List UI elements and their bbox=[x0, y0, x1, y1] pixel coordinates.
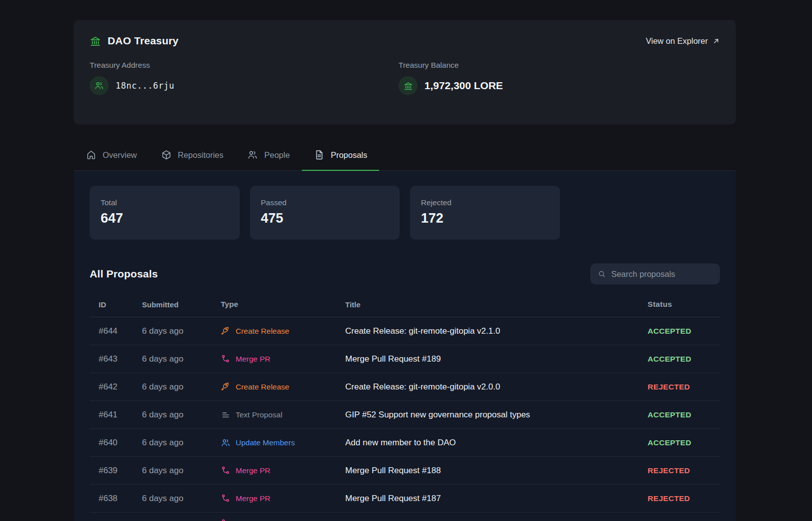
stat-label: Rejected bbox=[421, 198, 549, 207]
tab-overview[interactable]: Overview bbox=[74, 140, 149, 171]
table-row[interactable]: #638 6 days ago Merge PR Merge Pull Requ… bbox=[90, 485, 720, 513]
row-submitted: 6 days ago bbox=[142, 466, 221, 476]
row-type-label: Text Proposal bbox=[236, 410, 282, 419]
tab-label: People bbox=[264, 150, 289, 160]
merge-icon bbox=[221, 519, 231, 521]
merge-icon bbox=[221, 466, 231, 476]
col-header-title: Title bbox=[345, 300, 648, 309]
treasury-title-group: DAO Treasury bbox=[90, 35, 178, 47]
rocket-icon bbox=[221, 382, 231, 392]
row-type-label: Merge PR bbox=[236, 466, 271, 475]
address-avatar bbox=[90, 76, 109, 95]
tab-bar: Overview Repositories People bbox=[74, 140, 736, 171]
stat-value: 647 bbox=[101, 211, 229, 226]
explorer-link-label: View on Explorer bbox=[646, 36, 708, 46]
package-icon bbox=[161, 149, 172, 160]
arrow-up-right-icon bbox=[712, 37, 720, 45]
treasury-balance-label: Treasury Balance bbox=[399, 61, 503, 70]
document-icon bbox=[314, 149, 325, 160]
proposals-table: ID Submitted Type Title Status #644 6 da… bbox=[90, 292, 720, 521]
search-proposals-box[interactable] bbox=[590, 263, 720, 284]
row-type-label: Update Members bbox=[236, 438, 295, 447]
row-submitted: 6 days ago bbox=[142, 354, 221, 364]
row-id: #640 bbox=[90, 438, 142, 448]
tab-proposals[interactable]: Proposals bbox=[302, 140, 379, 171]
col-header-id: ID bbox=[90, 300, 142, 309]
row-title: Create Release: git-remote-gitopia v2.0.… bbox=[345, 382, 648, 392]
treasury-card: DAO Treasury View on Explorer Treasury A… bbox=[74, 20, 736, 125]
stat-value: 475 bbox=[261, 211, 389, 226]
row-type-label: Create Release bbox=[236, 383, 289, 391]
treasury-address-label: Treasury Address bbox=[90, 61, 399, 70]
page-title: DAO Treasury bbox=[108, 35, 178, 47]
dao-page: DAO Treasury View on Explorer Treasury A… bbox=[74, 20, 736, 171]
merge-icon bbox=[221, 494, 231, 504]
row-id: #644 bbox=[90, 326, 142, 336]
table-row[interactable]: #643 6 days ago Merge PR Merge Pull Requ… bbox=[90, 345, 720, 373]
col-header-type: Type bbox=[221, 300, 345, 309]
table-row[interactable]: #644 6 days ago Create Release Create Re… bbox=[90, 317, 720, 345]
tab-label: Repositories bbox=[178, 150, 224, 160]
table-header: ID Submitted Type Title Status bbox=[90, 292, 720, 317]
proposals-panel: Total 647 Passed 475 Rejected 172 All Pr… bbox=[74, 171, 736, 521]
status-badge: ACCEPTED bbox=[648, 410, 720, 419]
row-type-label: Merge PR bbox=[236, 494, 271, 503]
row-title: Add new member to the DAO bbox=[345, 438, 648, 448]
people-icon bbox=[221, 438, 231, 448]
col-header-submitted: Submitted bbox=[142, 300, 221, 309]
text-lines-icon bbox=[221, 410, 231, 420]
status-badge: ACCEPTED bbox=[648, 438, 720, 447]
stat-card-rejected: Rejected 172 bbox=[410, 186, 560, 240]
treasury-balance-value: 1,972,300 LORE bbox=[424, 80, 503, 92]
view-on-explorer-link[interactable]: View on Explorer bbox=[646, 36, 720, 46]
row-title: Create Release: git-remote-gitopia v2.1.… bbox=[345, 326, 648, 336]
col-header-status: Status bbox=[648, 300, 720, 309]
status-badge: ACCEPTED bbox=[648, 355, 720, 364]
status-badge: ACCEPTED bbox=[648, 327, 720, 336]
stat-value: 172 bbox=[421, 211, 549, 226]
row-id: #643 bbox=[90, 354, 142, 364]
row-id: #641 bbox=[90, 410, 142, 420]
treasury-address-value[interactable]: 18nc...6rju bbox=[116, 81, 174, 91]
merge-icon bbox=[221, 354, 231, 364]
row-submitted: 6 days ago bbox=[142, 438, 221, 448]
all-proposals-heading: All Proposals bbox=[90, 268, 158, 280]
tab-label: Overview bbox=[103, 150, 137, 160]
table-row[interactable]: #642 6 days ago Create Release Create Re… bbox=[90, 373, 720, 401]
status-badge: REJECTED bbox=[648, 383, 720, 391]
tab-repositories[interactable]: Repositories bbox=[149, 140, 236, 171]
table-row[interactable] bbox=[90, 513, 720, 521]
row-submitted: 6 days ago bbox=[142, 382, 221, 392]
bank-icon bbox=[90, 35, 101, 47]
people-icon bbox=[94, 81, 104, 91]
table-row[interactable]: #640 6 days ago Update Members Add new m… bbox=[90, 429, 720, 457]
status-badge: REJECTED bbox=[648, 466, 720, 475]
status-badge: REJECTED bbox=[648, 494, 720, 503]
search-proposals-input[interactable] bbox=[611, 269, 712, 279]
stat-card-total: Total 647 bbox=[90, 186, 240, 240]
home-icon bbox=[86, 149, 97, 160]
tab-label: Proposals bbox=[331, 150, 367, 160]
row-id: #642 bbox=[90, 382, 142, 392]
stat-label: Passed bbox=[261, 198, 389, 207]
stat-card-passed: Passed 475 bbox=[250, 186, 400, 240]
table-row[interactable]: #641 6 days ago Text Proposal GIP #52 Su… bbox=[90, 401, 720, 429]
stat-label: Total bbox=[101, 198, 229, 207]
row-submitted: 6 days ago bbox=[142, 494, 221, 504]
rocket-icon bbox=[221, 326, 231, 336]
row-type-label: Create Release bbox=[236, 327, 289, 336]
row-title: Merge Pull Request #188 bbox=[345, 466, 648, 476]
people-icon bbox=[247, 149, 258, 160]
tab-people[interactable]: People bbox=[235, 140, 301, 171]
proposal-stats: Total 647 Passed 475 Rejected 172 bbox=[90, 186, 720, 240]
row-id: #639 bbox=[90, 466, 142, 476]
row-title: Merge Pull Request #189 bbox=[345, 354, 648, 364]
bank-icon bbox=[404, 81, 413, 91]
balance-avatar bbox=[399, 76, 417, 95]
row-title: GIP #52 Support new governance proposal … bbox=[345, 410, 648, 420]
row-submitted: 6 days ago bbox=[142, 326, 221, 336]
row-type-label: Merge PR bbox=[236, 355, 271, 364]
row-title: Merge Pull Request #187 bbox=[345, 494, 648, 504]
row-id: #638 bbox=[90, 494, 142, 504]
table-row[interactable]: #639 6 days ago Merge PR Merge Pull Requ… bbox=[90, 457, 720, 485]
